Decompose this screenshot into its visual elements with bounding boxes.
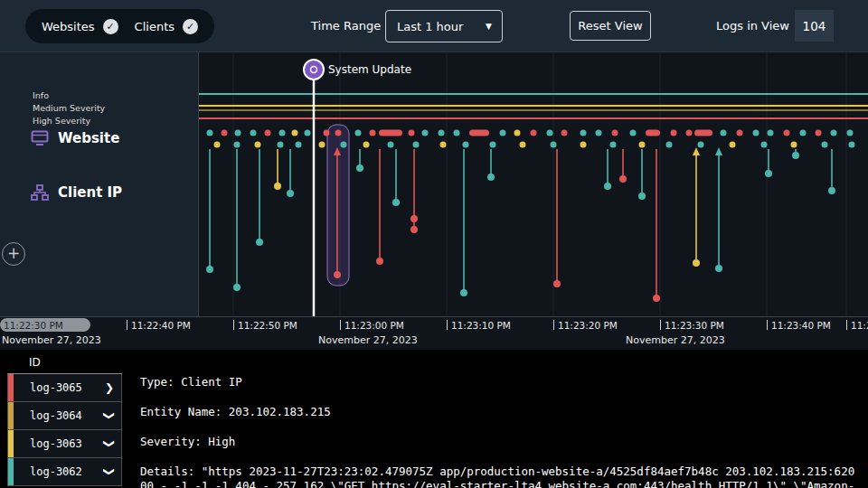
time-range-select[interactable]: Last 1 hour ▼ bbox=[385, 10, 503, 42]
chevron-down-icon[interactable]: ❯ bbox=[103, 439, 116, 448]
event-dot[interactable] bbox=[698, 142, 704, 148]
event-dot[interactable] bbox=[768, 130, 774, 136]
event-dot[interactable] bbox=[610, 142, 617, 148]
toggle-websites[interactable]: Websites ✓ bbox=[42, 19, 118, 34]
event-dot[interactable] bbox=[619, 175, 627, 183]
event-dot[interactable] bbox=[765, 170, 772, 177]
event-dot[interactable] bbox=[370, 130, 376, 136]
event-dot[interactable] bbox=[255, 142, 261, 148]
event-dot[interactable] bbox=[686, 130, 693, 136]
event-dot[interactable] bbox=[561, 130, 568, 136]
event-dot[interactable] bbox=[460, 289, 467, 296]
event-dot[interactable] bbox=[693, 259, 700, 267]
sidebar-entity-website[interactable]: Website bbox=[31, 130, 119, 146]
event-dot[interactable] bbox=[410, 215, 418, 222]
table-row[interactable]: log-3065❯ bbox=[7, 374, 122, 402]
chevron-right-icon[interactable]: ❯ bbox=[105, 381, 114, 394]
event-dot[interactable] bbox=[753, 130, 760, 136]
event-dot[interactable] bbox=[324, 130, 330, 136]
event-dot[interactable] bbox=[296, 142, 302, 148]
event-dot[interactable] bbox=[234, 142, 241, 148]
event-dot[interactable] bbox=[831, 130, 837, 136]
event-dot[interactable] bbox=[596, 130, 602, 136]
timeline-chart[interactable]: System Update bbox=[199, 52, 868, 316]
event-dot[interactable] bbox=[388, 142, 394, 148]
event-dot[interactable] bbox=[666, 142, 673, 148]
chevron-down-icon[interactable]: ❯ bbox=[103, 467, 116, 476]
sidebar-entity-client-ip[interactable]: Client IP bbox=[31, 184, 122, 201]
event-dot[interactable] bbox=[279, 130, 286, 136]
event-dot[interactable] bbox=[553, 280, 561, 287]
event-dot[interactable] bbox=[653, 295, 660, 302]
event-dot[interactable] bbox=[612, 130, 618, 136]
event-dot[interactable] bbox=[715, 265, 722, 272]
event-dot[interactable] bbox=[737, 130, 743, 136]
event-dot[interactable] bbox=[849, 142, 855, 148]
event-dot[interactable] bbox=[792, 152, 799, 159]
event-dot[interactable] bbox=[335, 130, 342, 136]
event-dot[interactable] bbox=[784, 130, 790, 136]
event-dot[interactable] bbox=[547, 130, 553, 136]
event-dot[interactable] bbox=[791, 142, 797, 148]
event-dot[interactable] bbox=[487, 174, 495, 181]
chevron-down-icon[interactable]: ❯ bbox=[103, 411, 116, 420]
event-dot[interactable] bbox=[630, 130, 637, 136]
event-dot[interactable] bbox=[454, 130, 460, 136]
table-row[interactable]: log-3062❯ bbox=[7, 458, 122, 486]
table-row[interactable]: log-3064❯ bbox=[7, 402, 122, 430]
event-dot[interactable] bbox=[235, 130, 241, 136]
table-row[interactable]: log-3063❯ bbox=[7, 430, 122, 458]
event-dot[interactable] bbox=[250, 130, 257, 136]
event-dot[interactable] bbox=[233, 284, 241, 291]
event-dot[interactable] bbox=[671, 130, 677, 136]
event-dot[interactable] bbox=[287, 190, 294, 197]
event-dot[interactable] bbox=[828, 187, 835, 194]
event-dot[interactable] bbox=[580, 142, 587, 148]
event-dot[interactable] bbox=[638, 192, 646, 200]
selection-highlight[interactable] bbox=[327, 125, 349, 286]
event-dot[interactable] bbox=[410, 226, 418, 233]
event-dot[interactable] bbox=[363, 142, 370, 148]
event-dot[interactable] bbox=[440, 142, 447, 148]
add-entity-button[interactable]: + bbox=[2, 242, 25, 266]
event-dot[interactable] bbox=[761, 142, 768, 148]
event-dot[interactable] bbox=[520, 142, 526, 148]
event-dot[interactable] bbox=[409, 130, 415, 136]
event-dot[interactable] bbox=[439, 130, 445, 136]
event-dot[interactable] bbox=[214, 142, 221, 148]
event-dot[interactable] bbox=[721, 130, 727, 136]
event-dot[interactable] bbox=[278, 142, 284, 148]
event-dot[interactable] bbox=[292, 130, 298, 136]
event-dot[interactable] bbox=[531, 130, 537, 136]
event-dot[interactable] bbox=[222, 130, 228, 136]
timeline-canvas[interactable]: System Update bbox=[199, 52, 868, 316]
event-dot[interactable] bbox=[551, 142, 557, 148]
event-dot[interactable] bbox=[463, 142, 469, 148]
event-dot[interactable] bbox=[274, 183, 281, 190]
event-dot[interactable] bbox=[413, 142, 420, 148]
reset-view-button[interactable]: Reset View bbox=[570, 11, 651, 41]
event-dot[interactable] bbox=[319, 142, 326, 148]
event-dot[interactable] bbox=[490, 142, 496, 148]
event-dot[interactable] bbox=[816, 130, 822, 136]
event-dot[interactable] bbox=[847, 130, 854, 136]
event-dot[interactable] bbox=[355, 130, 362, 136]
event-dot[interactable] bbox=[265, 130, 271, 136]
toggle-clients[interactable]: Clients ✓ bbox=[135, 19, 198, 34]
event-dot[interactable] bbox=[392, 199, 400, 206]
event-dot[interactable] bbox=[500, 130, 506, 136]
event-dot[interactable] bbox=[334, 271, 341, 278]
event-dot[interactable] bbox=[341, 142, 347, 148]
event-cluster-pill[interactable] bbox=[646, 130, 660, 136]
event-dot[interactable] bbox=[356, 164, 363, 172]
event-dot[interactable] bbox=[800, 130, 807, 136]
event-dot[interactable] bbox=[580, 130, 587, 136]
event-dot[interactable] bbox=[422, 130, 429, 136]
event-dot[interactable] bbox=[376, 258, 383, 265]
event-dot[interactable] bbox=[822, 142, 828, 148]
system-update-marker-icon[interactable] bbox=[304, 60, 324, 80]
event-cluster-pill[interactable] bbox=[694, 130, 712, 136]
event-dot[interactable] bbox=[730, 142, 736, 148]
event-dot[interactable] bbox=[207, 130, 213, 136]
event-cluster-pill[interactable] bbox=[469, 130, 489, 136]
